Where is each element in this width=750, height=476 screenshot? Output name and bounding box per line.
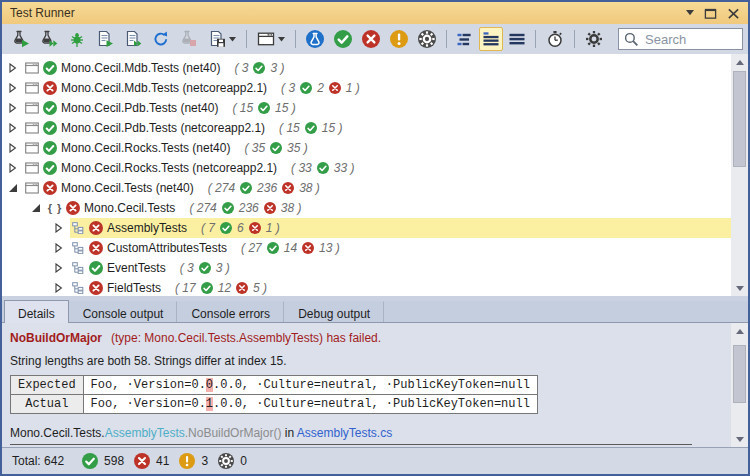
tab-debug-output[interactable]: Debug output	[284, 301, 384, 322]
row-body[interactable]: Mono.Cecil.Tests (net40)( 274 236 38 )	[24, 178, 731, 198]
stop-run-button[interactable]	[176, 27, 202, 51]
result-counts: ( 274 236 38 )	[189, 201, 301, 215]
tree-row-mono-cecil-tests-net40[interactable]: Mono.Cecil.Tests (net40)( 274 236 38 )	[2, 178, 731, 198]
expander-collapsed-icon[interactable]	[54, 283, 64, 293]
failed-count-icon	[282, 182, 294, 194]
scroll-up-icon[interactable]	[731, 323, 748, 339]
row-body[interactable]: EventTests( 3 3 )	[70, 258, 731, 278]
view-flat-button[interactable]	[505, 27, 529, 51]
selected-row-body[interactable]: AssemblyTests( 7 6 1 )	[70, 218, 731, 238]
tree-row-eventtests[interactable]: EventTests( 3 3 )	[2, 258, 731, 278]
failed-icon	[89, 241, 103, 255]
passed-count-value: 598	[104, 454, 124, 468]
row-body[interactable]: FieldTests( 17 12 5 )	[70, 278, 731, 296]
test-tree: Mono.Cecil.Mdb.Tests (net40)( 3 3 )Mono.…	[2, 54, 748, 296]
settings-gear-button[interactable]	[581, 27, 607, 51]
window-menu-caret-icon[interactable]	[686, 10, 694, 16]
filter-failed-button[interactable]	[358, 27, 384, 51]
divider	[10, 444, 692, 445]
tree-row-fieldtests[interactable]: FieldTests( 17 12 5 )	[2, 278, 731, 296]
toolbar	[2, 24, 748, 54]
details-scrollbar-thumb[interactable]	[733, 345, 746, 403]
test-node-name: Mono.Cecil.Pdb.Tests (net40)	[61, 101, 218, 115]
scroll-down-icon[interactable]	[731, 280, 748, 296]
row-body[interactable]: Mono.Cecil.Mdb.Tests (netcoreapp2.1)( 3 …	[24, 78, 731, 98]
expander-collapsed-icon[interactable]	[8, 63, 18, 73]
row-body[interactable]: Mono.Cecil.Rocks.Tests (net40)( 35 35 )	[24, 138, 731, 158]
row-body[interactable]: Mono.Cecil.Rocks.Tests (netcoreapp2.1)( …	[24, 158, 731, 178]
tree-row-mono-cecil-tests[interactable]: { }Mono.Cecil.Tests( 274 236 38 )	[2, 198, 731, 218]
notrun-icon	[218, 453, 234, 469]
failed-icon	[43, 181, 57, 195]
status-passed-count: 598	[82, 453, 124, 469]
passed-count-icon	[222, 202, 234, 214]
view-flat-icon	[509, 33, 525, 46]
diff-highlight-char: 1	[206, 397, 213, 411]
filter-all-tests-icon	[306, 30, 324, 48]
source-file-link[interactable]: AssemblyTests.cs	[297, 426, 392, 440]
passed-icon	[43, 121, 57, 135]
scroll-down-icon[interactable]	[731, 431, 748, 447]
row-body[interactable]: Mono.Cecil.Pdb.Tests (netcoreapp2.1)( 15…	[24, 118, 731, 138]
expander-collapsed-icon[interactable]	[8, 123, 18, 133]
diff-value: Foo, ·Version=0.0.0.0, ·Culture=neutral,…	[83, 376, 537, 395]
failed-count-icon	[329, 82, 341, 94]
expander-collapsed-icon[interactable]	[8, 163, 18, 173]
debug-tests-button[interactable]	[64, 27, 90, 51]
close-icon[interactable]	[727, 7, 740, 20]
run-tests-button[interactable]	[8, 27, 34, 51]
assembly-icon	[24, 142, 40, 154]
tab-details[interactable]: Details	[4, 300, 69, 323]
tree-row-mono-cecil-rocks-tests-net40[interactable]: Mono.Cecil.Rocks.Tests (net40)( 35 35 )	[2, 138, 731, 158]
scroll-up-icon[interactable]	[731, 54, 748, 70]
expander-collapsed-icon[interactable]	[54, 223, 64, 233]
failed-icon	[89, 281, 103, 295]
tree-row-customattributestests[interactable]: CustomAttributesTests( 27 14 13 )	[2, 238, 731, 258]
tree-row-mono-cecil-mdb-tests-net40[interactable]: Mono.Cecil.Mdb.Tests (net40)( 3 3 )	[2, 58, 731, 78]
window-layout-button[interactable]	[253, 27, 289, 51]
maximize-icon[interactable]	[704, 7, 717, 20]
expander-collapsed-icon[interactable]	[54, 263, 64, 273]
tab-console-output[interactable]: Console output	[69, 301, 178, 322]
run-script-all-button[interactable]	[120, 27, 146, 51]
filter-all-tests-button[interactable]	[302, 27, 328, 51]
stack-trace: Mono.Cecil.Tests.AssemblyTests.NoBuildOr…	[10, 426, 392, 440]
filter-notrun-button[interactable]	[414, 27, 440, 51]
test-node-name: Mono.Cecil.Mdb.Tests (net40)	[61, 61, 220, 75]
tab-console-errors[interactable]: Console errors	[177, 301, 284, 322]
row-body[interactable]: Mono.Cecil.Mdb.Tests (net40)( 3 3 )	[24, 58, 731, 78]
details-scrollbar[interactable]	[731, 323, 748, 447]
export-results-button[interactable]	[204, 27, 240, 51]
tree-row-mono-cecil-pdb-tests-net40[interactable]: Mono.Cecil.Pdb.Tests (net40)( 15 15 )	[2, 98, 731, 118]
titlebar[interactable]: Test Runner	[2, 2, 748, 24]
row-body[interactable]: Mono.Cecil.Pdb.Tests (net40)( 15 15 )	[24, 98, 731, 118]
expander-collapsed-icon[interactable]	[8, 143, 18, 153]
passed-count-icon	[317, 162, 329, 174]
tree-row-mono-cecil-pdb-tests-netcoreapp2-1[interactable]: Mono.Cecil.Pdb.Tests (netcoreapp2.1)( 15…	[2, 118, 731, 138]
timer-button[interactable]	[542, 27, 568, 51]
passed-count-icon	[267, 242, 279, 254]
test-runner-window: Test Runner Mono.Cecil.Mdb.Tests (net40)…	[0, 0, 750, 476]
refresh-button[interactable]	[148, 27, 174, 51]
tree-row-assemblytests[interactable]: AssemblyTests( 7 6 1 )	[2, 218, 731, 238]
run-script-button[interactable]	[92, 27, 118, 51]
expander-collapsed-icon[interactable]	[8, 103, 18, 113]
expander-expanded-icon[interactable]	[8, 183, 18, 193]
tree-scrollbar[interactable]	[731, 54, 748, 296]
tree-row-mono-cecil-mdb-tests-netcoreapp2-1[interactable]: Mono.Cecil.Mdb.Tests (netcoreapp2.1)( 3 …	[2, 78, 731, 98]
filter-passed-button[interactable]	[330, 27, 356, 51]
run-all-tests-button[interactable]	[36, 27, 62, 51]
tree-scrollbar-thumb[interactable]	[733, 71, 746, 167]
tree-row-mono-cecil-rocks-tests-netcoreapp2-1[interactable]: Mono.Cecil.Rocks.Tests (netcoreapp2.1)( …	[2, 158, 731, 178]
expander-collapsed-icon[interactable]	[8, 83, 18, 93]
passed-count-icon	[270, 142, 282, 154]
row-body[interactable]: CustomAttributesTests( 27 14 13 )	[70, 238, 731, 258]
view-hierarchy-button[interactable]	[453, 27, 477, 51]
view-grouped-button[interactable]	[479, 27, 503, 51]
result-counts: ( 27 14 13 )	[241, 241, 340, 255]
details-panel: NoBuildOrMajor(type: Mono.Cecil.Tests.As…	[2, 323, 748, 447]
expander-expanded-icon[interactable]	[31, 203, 41, 213]
filter-warning-button[interactable]	[386, 27, 412, 51]
row-body[interactable]: { }Mono.Cecil.Tests( 274 236 38 )	[47, 198, 731, 218]
expander-collapsed-icon[interactable]	[54, 243, 64, 253]
